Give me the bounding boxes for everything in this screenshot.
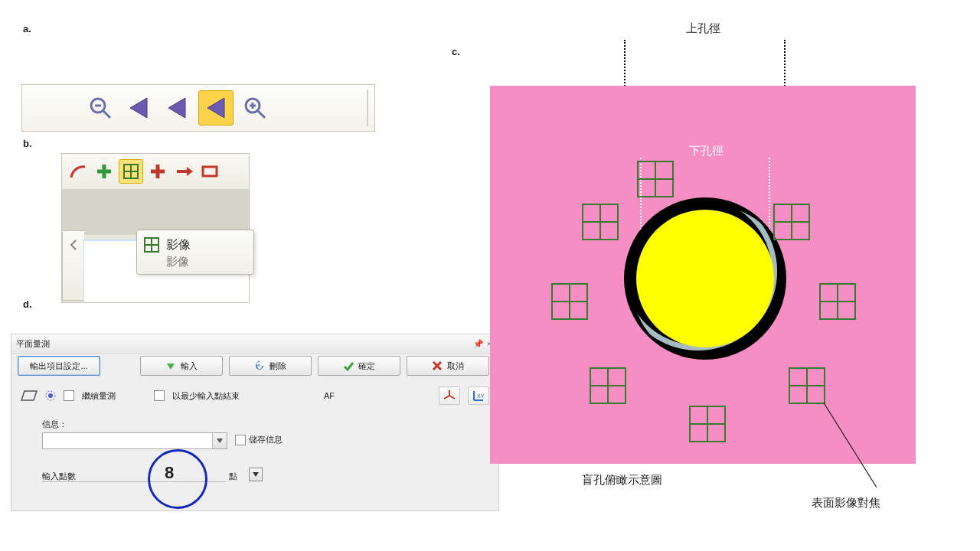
grid-tool-button[interactable]: [119, 159, 143, 184]
annotation-circle: [148, 449, 207, 509]
zoom-out-button[interactable]: [83, 91, 117, 125]
add-green-button[interactable]: [93, 160, 116, 183]
svg-line-31: [444, 396, 449, 399]
nav-toolbar: [21, 84, 375, 132]
nav-back-1-button[interactable]: [198, 90, 234, 126]
continuous-checkbox[interactable]: [64, 390, 74, 401]
svg-marker-23: [167, 364, 175, 370]
continuous-label: 繼續量測: [82, 390, 116, 402]
focus-point: [789, 367, 825, 404]
toolbar-divider: [367, 90, 368, 126]
message-label: 信息：: [42, 419, 67, 430]
upper-aperture-label: 上孔徑: [672, 21, 733, 36]
section-a-label: a.: [23, 23, 31, 34]
message-combo-value: [43, 432, 49, 445]
svg-marker-35: [217, 439, 223, 443]
af-label: AF: [324, 391, 335, 400]
points-stepper[interactable]: [249, 468, 263, 481]
grid-icon: [122, 163, 139, 180]
nav-back-3-icon: [126, 95, 152, 121]
hole-inner: [636, 210, 774, 347]
section-b-label: b.: [23, 138, 32, 149]
nav-back-1-icon: [203, 95, 229, 121]
plane-measure-panel: 平面量測 📌 × 輸出項目設定... 輸入 刪除 確定 取消: [11, 334, 499, 511]
output-settings-button[interactable]: 輸出項目設定...: [18, 356, 100, 376]
svg-line-30: [449, 396, 455, 399]
panel-b-toolbar: [62, 154, 249, 190]
arc-icon: [69, 162, 87, 181]
save-message-checkbox[interactable]: [235, 435, 246, 445]
svg-marker-18: [187, 167, 193, 176]
input-button-label: 輸入: [181, 360, 198, 372]
svg-marker-5: [207, 98, 224, 118]
focus-point: [551, 283, 588, 320]
delete-button-label: 刪除: [270, 360, 286, 372]
delete-button[interactable]: 刪除: [229, 356, 312, 376]
rect-icon: [201, 162, 219, 181]
focus-point: [582, 204, 619, 240]
svg-marker-3: [130, 98, 147, 118]
focus-point: [773, 204, 810, 240]
axis-xy-icon: XY: [472, 389, 485, 403]
pin-icon[interactable]: 📌: [473, 339, 482, 349]
check-icon: [343, 360, 354, 371]
zoom-in-icon: [242, 95, 268, 121]
svg-marker-36: [253, 472, 259, 477]
svg-marker-26: [21, 391, 37, 400]
svg-line-2: [103, 111, 110, 118]
ok-button-label: 確定: [358, 360, 375, 372]
axis-3d-button[interactable]: [439, 386, 460, 405]
panel-b: [61, 153, 250, 303]
rect-tool-button[interactable]: [198, 160, 221, 183]
lower-aperture-label: 下孔徑: [675, 144, 737, 158]
zoom-out-icon: [87, 95, 113, 121]
arrow-down-icon: [165, 360, 176, 371]
panel-b-side-tab[interactable]: [62, 230, 84, 301]
parallelogram-icon: [21, 390, 38, 402]
arrow-right-icon: [175, 162, 193, 181]
gear-icon: [45, 390, 56, 401]
plus-red-icon: [149, 162, 167, 181]
axis-xy-button[interactable]: XY: [468, 386, 489, 405]
section-c-label: c.: [452, 46, 460, 57]
input-button[interactable]: 輸入: [140, 356, 223, 376]
cancel-button[interactable]: 取消: [407, 356, 489, 376]
undo-icon: [254, 360, 265, 371]
zoom-in-button[interactable]: [238, 91, 272, 125]
svg-text:XY: XY: [477, 393, 485, 399]
panel-d-title-text: 平面量測: [16, 338, 50, 350]
points-label: 輸入點數: [42, 471, 76, 482]
focus-point: [689, 406, 726, 442]
section-d-label: d.: [23, 298, 32, 310]
arc-tool-button[interactable]: [67, 160, 90, 183]
tooltip-subtitle: 影像: [143, 255, 247, 269]
min-points-label: 以最少輸入點結束: [172, 390, 240, 402]
svg-marker-4: [168, 98, 185, 118]
message-combo[interactable]: [42, 432, 227, 449]
svg-point-27: [48, 393, 53, 398]
axis-3d-icon: [443, 389, 456, 403]
focus-point: [590, 367, 626, 404]
plus-green-icon: [95, 162, 113, 181]
points-unit: 點: [229, 471, 237, 482]
arrow-tool-button[interactable]: [172, 160, 195, 183]
image-tooltip: 影像 影像: [136, 230, 254, 275]
svg-line-9: [258, 111, 265, 118]
nav-back-2-button[interactable]: [160, 91, 194, 125]
output-settings-label: 輸出項目設定...: [30, 360, 87, 372]
grid-icon: [143, 236, 160, 253]
tooltip-title: 影像: [166, 237, 191, 253]
add-red-button[interactable]: [146, 160, 169, 183]
surface-focus-label: 表面影像對焦: [812, 496, 880, 510]
min-points-checkbox[interactable]: [154, 390, 165, 401]
diagram-caption: 盲孔俯瞰示意圖: [582, 473, 662, 487]
chevron-down-icon[interactable]: [212, 433, 227, 448]
panel-b-strip: [62, 189, 249, 235]
nav-back-3-button[interactable]: [122, 91, 155, 125]
focus-point: [819, 283, 856, 320]
cancel-button-label: 取消: [447, 360, 464, 372]
ok-button[interactable]: 確定: [318, 356, 400, 376]
chevron-down-icon: [252, 471, 260, 478]
x-icon: [432, 360, 443, 371]
focus-point: [637, 161, 674, 197]
